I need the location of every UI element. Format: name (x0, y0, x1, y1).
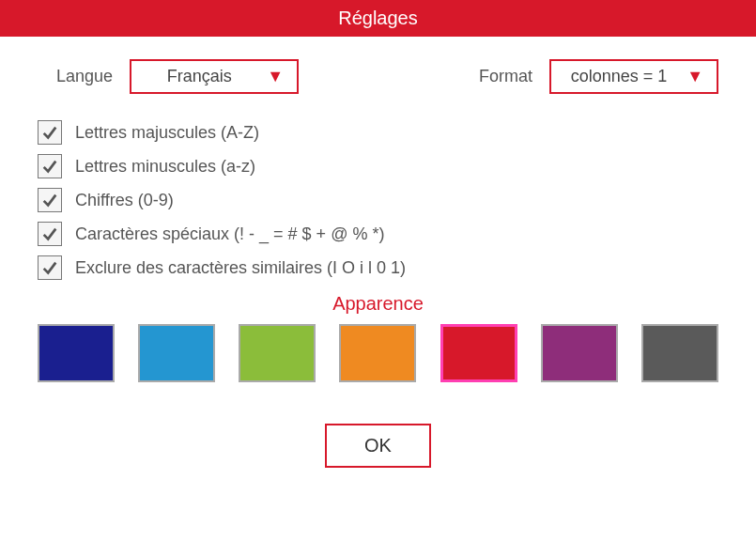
color-swatch-5[interactable] (541, 324, 618, 382)
checkbox-option-3[interactable] (38, 222, 62, 246)
checkbox-label: Chiffres (0-9) (75, 191, 174, 210)
format-label: Format (479, 67, 532, 86)
checkbox-option-2[interactable] (38, 188, 62, 212)
color-swatch-4[interactable] (440, 324, 517, 382)
checkbox-label: Lettres minuscules (a-z) (75, 157, 255, 177)
format-select[interactable]: colonnes = 1 ▼ (549, 59, 718, 94)
color-swatch-0[interactable] (38, 324, 115, 382)
language-select[interactable]: Français ▼ (130, 59, 299, 94)
checkbox-option-0[interactable] (38, 120, 62, 145)
checkbox-label: Exclure des caractères similaires (I O i… (75, 258, 406, 278)
dialog-title: Réglages (0, 0, 756, 37)
ok-button[interactable]: OK (325, 424, 431, 468)
checkbox-label: Caractères spéciaux (! - _ = # $ + @ % *… (75, 224, 384, 244)
caret-down-icon: ▼ (687, 67, 703, 86)
language-value: Français (145, 67, 254, 86)
checkbox-option-4[interactable] (38, 255, 62, 280)
format-value: colonnes = 1 (564, 67, 673, 86)
color-swatch-1[interactable] (138, 324, 215, 382)
color-swatch-2[interactable] (239, 324, 316, 382)
appearance-heading: Apparence (0, 293, 756, 315)
checkbox-label: Lettres majuscules (A-Z) (75, 123, 259, 143)
language-label: Langue (56, 67, 113, 86)
color-swatch-6[interactable] (641, 324, 718, 382)
caret-down-icon: ▼ (267, 67, 284, 86)
color-swatch-3[interactable] (339, 324, 416, 382)
checkbox-option-1[interactable] (38, 154, 62, 178)
